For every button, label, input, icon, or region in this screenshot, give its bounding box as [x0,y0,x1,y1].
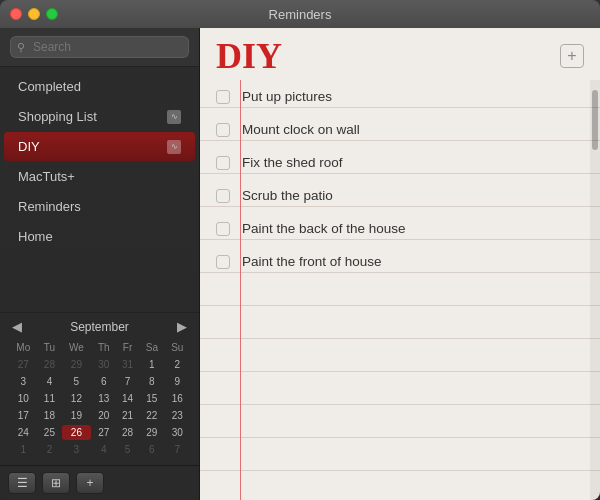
calendar-day[interactable]: 1 [140,357,163,372]
calendar-day[interactable]: 7 [166,442,189,457]
search-wrapper: ⚲ [10,36,189,58]
calendar-day[interactable]: 15 [140,391,163,406]
cal-header-th: Th [93,340,115,355]
calendar-day[interactable]: 3 [62,442,90,457]
add-list-button[interactable]: + [76,472,104,494]
reminder-item-paint-front: Paint the front of house [200,245,600,278]
calendar-day[interactable]: 17 [10,408,37,423]
scroll-thumb[interactable] [592,90,598,150]
calendar-day[interactable]: 8 [140,374,163,389]
calendar-day[interactable]: 30 [93,357,115,372]
reminder-item-mount-clock: Mount clock on wall [200,113,600,146]
calendar-prev-button[interactable]: ◀ [8,319,26,334]
reminder-checkbox-paint-front[interactable] [216,255,230,269]
titlebar: Reminders [0,0,600,28]
calendar-day[interactable]: 29 [140,425,163,440]
window-title: Reminders [269,7,332,22]
close-button[interactable] [10,8,22,20]
sidebar-item-mactuts-label: MacTuts+ [18,169,181,184]
calendar-day[interactable]: 6 [93,374,115,389]
calendar-day[interactable]: 2 [166,357,189,372]
reminder-checkbox-paint-back[interactable] [216,222,230,236]
calendar-day[interactable]: 28 [39,357,61,372]
calendar-month-label: September [70,320,129,334]
calendar-day[interactable]: 11 [39,391,61,406]
reminder-text-mount-clock: Mount clock on wall [242,122,360,137]
calendar-day[interactable]: 26 [62,425,90,440]
calendar-next-button[interactable]: ▶ [173,319,191,334]
sidebar-item-shopping-list[interactable]: Shopping List ∿ [4,102,195,131]
calendar-day[interactable]: 3 [10,374,37,389]
calendar-day[interactable]: 6 [140,442,163,457]
window-controls [10,8,58,20]
calendar-day[interactable]: 23 [166,408,189,423]
reminder-item-paint-back: Paint the back of the house [200,212,600,245]
reminders-list-title: DIY [216,38,282,74]
search-bar: ⚲ [0,28,199,67]
calendar-day[interactable]: 30 [166,425,189,440]
calendar-day[interactable]: 4 [93,442,115,457]
calendar-day[interactable]: 31 [117,357,138,372]
list-icon: ☰ [17,476,28,490]
calendar-day[interactable]: 5 [62,374,90,389]
calendar-day[interactable]: 29 [62,357,90,372]
reminder-text-paint-back: Paint the back of the house [242,221,406,236]
minimize-button[interactable] [28,8,40,20]
calendar-day[interactable]: 27 [10,357,37,372]
margin-line [240,80,241,500]
sidebar-item-diy[interactable]: DIY ∿ [4,132,195,161]
calendar-day[interactable]: 5 [117,442,138,457]
main-layout: ⚲ Completed Shopping List ∿ DIY ∿ M [0,28,600,500]
rss-icon-diy: ∿ [167,140,181,154]
calendar-day[interactable]: 13 [93,391,115,406]
plus-icon: + [86,476,93,490]
cal-header-sa: Sa [140,340,163,355]
rss-icon-shopping: ∿ [167,110,181,124]
sidebar-item-home[interactable]: Home [4,222,195,251]
reminders-panel: DIY + Put up pictures Mount clock on wal… [200,28,600,500]
search-input[interactable] [10,36,189,58]
reminder-checkbox-fix-shed-roof[interactable] [216,156,230,170]
calendar-day[interactable]: 2 [39,442,61,457]
calendar-day[interactable]: 9 [166,374,189,389]
calendar: ◀ September ▶ Mo Tu We Th Fr Sa Su [0,312,199,465]
calendar-day[interactable]: 24 [10,425,37,440]
calendar-day[interactable]: 4 [39,374,61,389]
reminder-checkbox-mount-clock[interactable] [216,123,230,137]
calendar-day[interactable]: 10 [10,391,37,406]
cal-header-tu: Tu [39,340,61,355]
sidebar-item-completed[interactable]: Completed [4,72,195,101]
grid-view-button[interactable]: ⊞ [42,472,70,494]
calendar-day[interactable]: 25 [39,425,61,440]
calendar-day[interactable]: 16 [166,391,189,406]
cal-header-mo: Mo [10,340,37,355]
calendar-day[interactable]: 22 [140,408,163,423]
calendar-day[interactable]: 14 [117,391,138,406]
calendar-day[interactable]: 21 [117,408,138,423]
sidebar-item-reminders[interactable]: Reminders [4,192,195,221]
calendar-day[interactable]: 1 [10,442,37,457]
calendar-day[interactable]: 28 [117,425,138,440]
calendar-day[interactable]: 27 [93,425,115,440]
reminder-item-fix-shed-roof: Fix the shed roof [200,146,600,179]
sidebar-item-diy-label: DIY [18,139,167,154]
sidebar-item-mactuts[interactable]: MacTuts+ [4,162,195,191]
calendar-day[interactable]: 20 [93,408,115,423]
calendar-header: ◀ September ▶ [8,319,191,334]
reminder-text-put-up-pictures: Put up pictures [242,89,332,104]
reminder-checkbox-scrub-patio[interactable] [216,189,230,203]
maximize-button[interactable] [46,8,58,20]
calendar-day[interactable]: 19 [62,408,90,423]
cal-header-we: We [62,340,90,355]
sidebar-item-home-label: Home [18,229,181,244]
calendar-day[interactable]: 7 [117,374,138,389]
reminder-text-paint-front: Paint the front of house [242,254,382,269]
reminder-checkbox-put-up-pictures[interactable] [216,90,230,104]
reminders-body: Put up pictures Mount clock on wall Fix … [200,80,600,500]
sidebar-toolbar: ☰ ⊞ + [0,465,199,500]
calendar-day[interactable]: 12 [62,391,90,406]
add-reminder-button[interactable]: + [560,44,584,68]
sidebar-item-completed-label: Completed [18,79,181,94]
calendar-day[interactable]: 18 [39,408,61,423]
list-view-button[interactable]: ☰ [8,472,36,494]
